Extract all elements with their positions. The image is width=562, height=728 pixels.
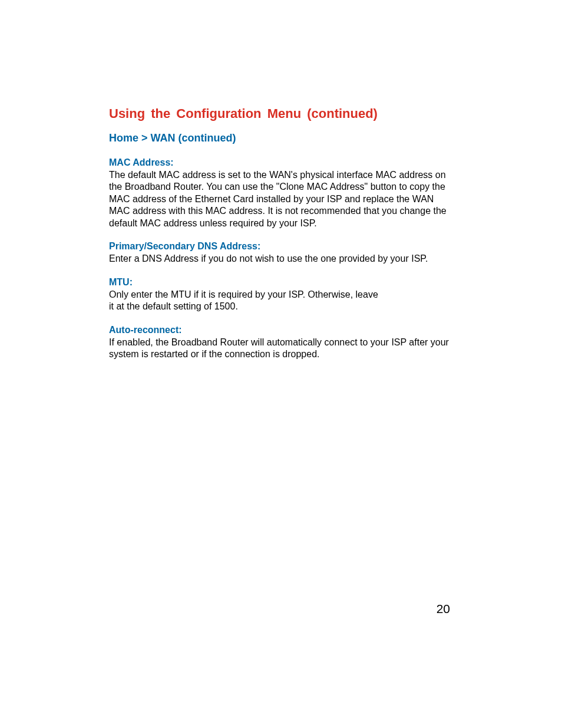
section-dns-address: Primary/Secondary DNS Address: Enter a D…: [109, 241, 453, 265]
main-title: Using the Configuration Menu (continued): [109, 106, 453, 121]
page-content: Using the Configuration Menu (continued)…: [0, 0, 562, 361]
section-mtu: MTU: Only enter the MTU if it is require…: [109, 277, 453, 313]
breadcrumb: Home > WAN (continued): [109, 132, 453, 144]
section-body: The default MAC address is set to the WA…: [109, 169, 453, 229]
section-body: Only enter the MTU if it is required by …: [109, 289, 380, 313]
section-heading: MAC Address:: [109, 157, 453, 168]
section-body: Enter a DNS Address if you do not wish t…: [109, 253, 453, 265]
section-heading: Primary/Secondary DNS Address:: [109, 241, 453, 252]
section-mac-address: MAC Address: The default MAC address is …: [109, 157, 453, 229]
section-body: If enabled, the Broadband Router will au…: [109, 337, 453, 361]
section-heading: Auto-reconnect:: [109, 325, 453, 335]
section-auto-reconnect: Auto-reconnect: If enabled, the Broadban…: [109, 325, 453, 361]
section-heading: MTU:: [109, 277, 453, 288]
page-number: 20: [437, 602, 450, 616]
